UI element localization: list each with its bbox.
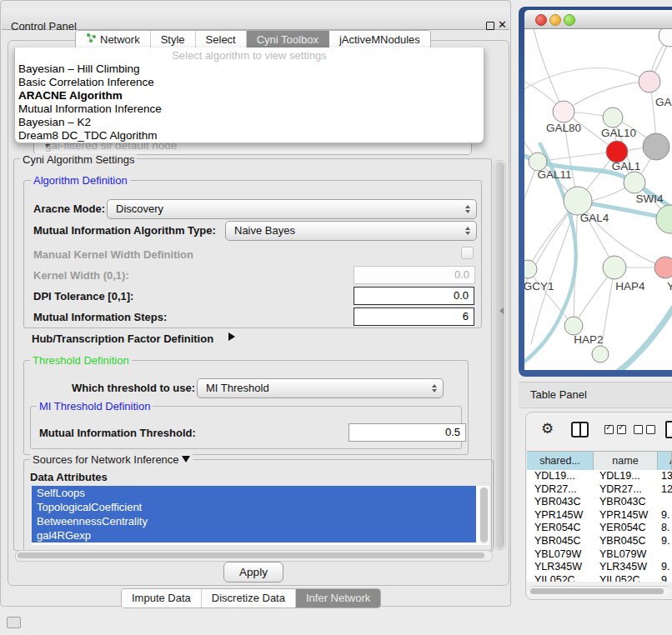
aracne-mode-combo[interactable]: Discovery bbox=[107, 199, 477, 219]
node-hap4[interactable] bbox=[603, 256, 626, 279]
settings-vertical-scrollbar[interactable] bbox=[494, 160, 506, 550]
close-icon[interactable]: ✕ bbox=[498, 18, 507, 31]
tab-label: Cyni Toolbox bbox=[257, 31, 318, 49]
table-row[interactable]: YBL079WYBL079W bbox=[527, 548, 672, 562]
expand-right-icon[interactable] bbox=[228, 332, 235, 341]
network-edge[interactable] bbox=[533, 29, 564, 112]
settings-gear-icon[interactable]: ⚙ bbox=[541, 420, 554, 438]
tab-jactivemnodules[interactable]: jActiveMNodules bbox=[329, 31, 430, 49]
network-window-titlebar[interactable] bbox=[524, 10, 672, 29]
node-gray[interactable] bbox=[643, 133, 669, 160]
table-row[interactable]: YBR043CYBR043C bbox=[527, 496, 672, 509]
node-hap2[interactable] bbox=[564, 317, 583, 335]
algorithm-option[interactable]: ARACNE Algorithm bbox=[18, 89, 481, 102]
panel-title: Control Panel bbox=[11, 20, 77, 32]
cell: YBL079W bbox=[534, 548, 581, 562]
select-all-checkboxes-icon[interactable]: ✓ bbox=[604, 425, 614, 434]
splitter-collapse-icon[interactable] bbox=[499, 308, 504, 314]
table-row[interactable]: YLR345WYLR345W9. bbox=[527, 561, 672, 574]
table-panel-window: ⚙✓✓ shared...nameA YDL19...YDL19...13YDR… bbox=[525, 412, 672, 600]
table-row[interactable]: YDL19...YDL19...13 bbox=[527, 470, 672, 483]
data-attributes-label: Data Attributes bbox=[30, 471, 108, 483]
column-header-name[interactable]: name bbox=[594, 452, 658, 470]
table-row[interactable]: YPR145WYPR145W9. bbox=[527, 509, 672, 522]
tab-cyni-toolbox[interactable]: Cyni Toolbox bbox=[247, 31, 329, 49]
node-label-hap4: HAP4 bbox=[615, 280, 645, 292]
cell: 9. bbox=[661, 535, 669, 548]
apply-button[interactable]: Apply bbox=[223, 562, 283, 582]
tab-infer-network[interactable]: Infer Network bbox=[296, 589, 380, 608]
node-gal10[interactable] bbox=[603, 108, 623, 128]
node-label-y: Y bbox=[667, 280, 672, 292]
column-header-A[interactable]: A bbox=[658, 452, 672, 470]
cell: YBR045C bbox=[599, 535, 646, 548]
dpi-tolerance-field[interactable]: 0.0 bbox=[354, 287, 474, 305]
node-bottom-partial[interactable] bbox=[592, 346, 609, 362]
zoom-traffic-light[interactable] bbox=[564, 14, 575, 26]
table-row[interactable]: YIL052CYIL052C9. bbox=[527, 574, 672, 582]
data-attribute-item[interactable]: gal4RGexp bbox=[32, 528, 476, 542]
cell: YDR27... bbox=[534, 483, 577, 497]
float-window-icon[interactable] bbox=[486, 22, 494, 30]
node-gal80[interactable] bbox=[553, 101, 574, 122]
algorithm-option[interactable]: Dream8 DC_TDC Algorithm bbox=[18, 129, 481, 142]
settings-horizontal-scrollbar[interactable] bbox=[15, 550, 493, 562]
mi-type-combo[interactable]: Naive Bayes bbox=[225, 221, 477, 241]
algorithm-option[interactable]: Bayesian – Hill Climbing bbox=[18, 62, 481, 76]
list-scrollbar[interactable] bbox=[479, 487, 489, 544]
partial-doc-icon[interactable] bbox=[665, 421, 672, 438]
node-gcy1[interactable] bbox=[524, 260, 537, 278]
tab-discretize-data[interactable]: Discretize Data bbox=[202, 589, 296, 608]
node-gal4[interactable] bbox=[564, 187, 592, 215]
network-graph: GALGAL80GAL10GAL1GAL11SWI4GAL4GCY1HAP4YH… bbox=[524, 29, 672, 370]
which-threshold-combo[interactable]: MI Threshold bbox=[197, 378, 444, 398]
node-label-gal4: GAL4 bbox=[580, 212, 609, 224]
select-all-checkboxes-icon[interactable]: ✓ bbox=[617, 425, 626, 434]
docked-panel-icon[interactable] bbox=[7, 617, 21, 628]
network-canvas[interactable]: GALGAL80GAL10GAL1GAL11SWI4GAL4GCY1HAP4YH… bbox=[524, 29, 672, 370]
table-row[interactable]: YDR27...YDR27...12 bbox=[527, 483, 672, 497]
tab-network[interactable]: Network bbox=[76, 31, 151, 49]
deselect-all-checkboxes-icon[interactable] bbox=[634, 425, 643, 434]
network-edge[interactable] bbox=[524, 68, 649, 92]
node-top-partial[interactable] bbox=[659, 29, 672, 47]
table-row[interactable]: YBR045CYBR045C9. bbox=[527, 535, 672, 548]
table-rows: YDL19...YDL19...13YDR27...YDR27...12YBR0… bbox=[527, 470, 672, 582]
table-horizontal-scrollbar[interactable] bbox=[529, 586, 670, 596]
node-label-gal80: GAL80 bbox=[546, 122, 581, 134]
cell: 9. bbox=[661, 574, 669, 582]
deselect-all-checkboxes-icon[interactable] bbox=[646, 425, 655, 434]
hub-definition-label: Hub/Transcription Factor Definition bbox=[32, 332, 213, 345]
split-columns-icon[interactable] bbox=[571, 422, 589, 438]
algorithm-option[interactable]: Bayesian – K2 bbox=[18, 116, 481, 129]
data-attribute-item[interactable]: TopologicalCoefficient bbox=[32, 500, 476, 514]
cell: YIL052C bbox=[534, 574, 575, 582]
algorithm-option[interactable]: Mutual Information Inference bbox=[18, 102, 481, 116]
data-attribute-item[interactable]: BetweennessCentrality bbox=[32, 514, 476, 528]
mi-threshold-field[interactable]: 0.5 bbox=[349, 423, 466, 442]
mi-threshold-label: Mutual Information Threshold: bbox=[39, 427, 196, 439]
combo-spinner-icon bbox=[432, 384, 437, 392]
combo-spinner-icon bbox=[465, 227, 470, 235]
network-edge-highlighted[interactable] bbox=[601, 301, 672, 370]
table-row[interactable]: YER054CYER054C8. bbox=[527, 522, 672, 535]
close-traffic-light[interactable] bbox=[535, 14, 547, 26]
minimize-traffic-light[interactable] bbox=[549, 14, 561, 26]
node-salmon[interactable] bbox=[654, 257, 672, 278]
node-green-mid[interactable] bbox=[624, 172, 645, 193]
network-edge[interactable] bbox=[564, 82, 649, 112]
collapse-down-icon[interactable] bbox=[182, 456, 190, 462]
algorithm-option[interactable]: Basic Correlation Inference bbox=[18, 76, 481, 89]
tab-style[interactable]: Style bbox=[151, 31, 196, 49]
data-attribute-item[interactable]: SelfLoops bbox=[32, 486, 476, 500]
cell: YDL19... bbox=[599, 470, 640, 483]
tab-select[interactable]: Select bbox=[196, 31, 247, 49]
manual-kernel-checkbox[interactable] bbox=[461, 247, 474, 259]
kernel-width-field[interactable]: 0.0 bbox=[354, 266, 475, 284]
column-header-shared...[interactable]: shared... bbox=[527, 452, 594, 470]
cell: YDL19... bbox=[534, 470, 575, 483]
node-swi4-big[interactable] bbox=[656, 205, 672, 233]
mi-steps-field[interactable]: 6 bbox=[354, 308, 474, 326]
tab-impute-data[interactable]: Impute Data bbox=[122, 589, 202, 608]
node-gal-pink[interactable] bbox=[639, 71, 660, 92]
